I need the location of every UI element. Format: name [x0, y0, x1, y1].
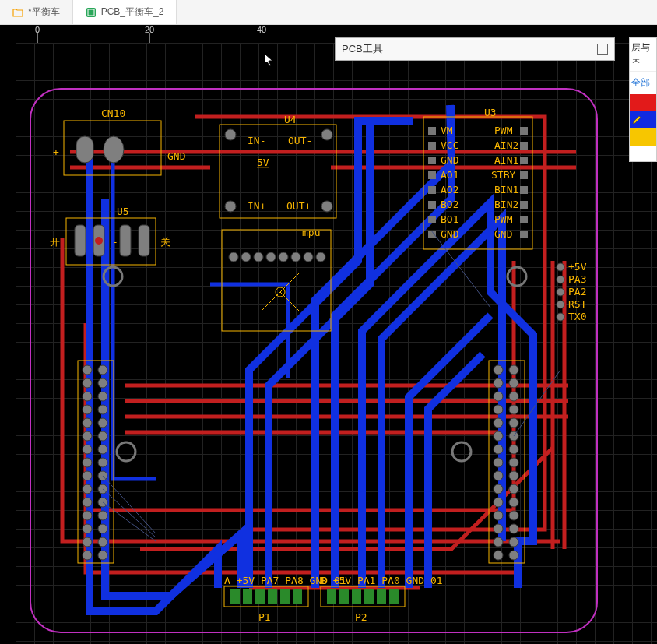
- svg-rect-131: [327, 589, 336, 604]
- component-u3: [423, 117, 532, 249]
- svg-point-19: [304, 252, 313, 262]
- svg-point-92: [98, 537, 107, 547]
- pencil-icon: [632, 115, 641, 125]
- svg-text:TX0: TX0: [568, 311, 586, 322]
- svg-point-87: [83, 511, 92, 520]
- svg-point-102: [509, 405, 518, 414]
- ruler-vertical[interactable]: [0, 43, 16, 644]
- svg-point-70: [98, 392, 107, 401]
- floating-toolbar[interactable]: PCB工具: [335, 37, 615, 61]
- label-5v: 5V: [257, 157, 269, 168]
- mount-hole: [508, 267, 526, 286]
- layers-panel[interactable]: 层与ㅊ 全部: [629, 37, 657, 162]
- svg-point-94: [98, 551, 107, 560]
- layer-bottom[interactable]: [630, 111, 656, 128]
- svg-point-111: [494, 471, 503, 480]
- svg-rect-128: [268, 589, 277, 604]
- svg-point-124: [509, 551, 518, 560]
- header-left-pads: [83, 365, 107, 560]
- svg-rect-46: [520, 186, 528, 194]
- svg-point-115: [494, 498, 503, 507]
- svg-point-71: [83, 405, 92, 414]
- svg-text:AO2: AO2: [441, 184, 458, 195]
- svg-text:VM: VM: [441, 125, 453, 136]
- label-out-minus: OUT-: [288, 135, 312, 146]
- svg-point-74: [98, 418, 107, 428]
- component-u4: [220, 125, 336, 218]
- svg-point-113: [494, 484, 503, 494]
- svg-text:GND: GND: [441, 154, 459, 166]
- svg-text:AO1: AO1: [441, 169, 458, 181]
- svg-rect-44: [520, 171, 528, 179]
- svg-rect-8: [75, 225, 86, 256]
- svg-rect-34: [428, 216, 436, 223]
- svg-point-116: [509, 498, 518, 507]
- svg-point-118: [509, 511, 518, 520]
- svg-point-101: [494, 405, 503, 414]
- svg-point-13: [229, 252, 238, 262]
- svg-rect-133: [352, 589, 361, 604]
- side-header: +5V PA3 PA2 RST TX0: [557, 261, 587, 322]
- svg-rect-129: [280, 589, 290, 604]
- svg-point-108: [509, 445, 518, 454]
- u3-right-pins: PWM AIN2 AIN1 STBY BIN1 BIN2 PWM GND: [491, 125, 528, 240]
- svg-point-66: [98, 365, 107, 375]
- svg-text:AIN2: AIN2: [494, 139, 518, 151]
- svg-point-97: [494, 378, 503, 388]
- svg-point-107: [494, 445, 503, 454]
- layers-all-link[interactable]: 全部: [630, 72, 656, 94]
- svg-rect-127: [255, 589, 265, 604]
- svg-point-54: [557, 263, 564, 271]
- svg-rect-40: [520, 142, 528, 150]
- svg-point-16: [266, 252, 276, 262]
- svg-point-7: [321, 201, 332, 212]
- layer-silk[interactable]: [630, 128, 656, 146]
- svg-point-18: [291, 252, 300, 262]
- svg-point-20: [316, 252, 325, 262]
- svg-text:BIN2: BIN2: [494, 199, 518, 210]
- layer-top[interactable]: [630, 94, 656, 111]
- svg-point-17: [279, 252, 288, 262]
- svg-rect-52: [520, 231, 528, 238]
- svg-point-98: [509, 378, 518, 388]
- svg-point-79: [83, 458, 92, 467]
- svg-point-83: [83, 484, 92, 494]
- tab-label: PCB_平衡车_2: [101, 5, 164, 19]
- svg-rect-10: [120, 225, 131, 256]
- svg-point-67: [83, 378, 92, 388]
- toolbar-title: PCB工具: [342, 42, 383, 56]
- svg-point-123: [494, 551, 503, 560]
- svg-point-109: [494, 458, 503, 467]
- tab-label: *平衡车: [28, 5, 60, 19]
- svg-text:PWM: PWM: [494, 213, 513, 225]
- close-icon[interactable]: [597, 44, 608, 55]
- svg-text:BO1: BO1: [441, 213, 458, 225]
- pcb-canvas-area: CN10 + GND U4 IN- OUT- 5V IN+ OUT+ U5 开 …: [0, 43, 657, 644]
- svg-point-4: [225, 129, 236, 140]
- tab-schematic[interactable]: *平衡车: [0, 0, 73, 24]
- label-in-plus: IN+: [248, 200, 266, 212]
- svg-rect-136: [389, 589, 399, 604]
- svg-point-78: [98, 445, 107, 454]
- pcb-canvas[interactable]: CN10 + GND U4 IN- OUT- 5V IN+ OUT+ U5 开 …: [16, 43, 657, 644]
- tab-pcb[interactable]: PCB_平衡车_2: [73, 0, 177, 24]
- svg-point-81: [83, 471, 92, 480]
- layers-header: 层与ㅊ: [630, 38, 656, 72]
- svg-point-77: [83, 445, 92, 454]
- mpu-pins: [229, 252, 325, 262]
- svg-point-73: [83, 418, 92, 428]
- svg-rect-125: [230, 589, 240, 604]
- svg-point-60: [557, 301, 564, 308]
- svg-point-104: [509, 418, 518, 428]
- svg-point-90: [98, 524, 107, 533]
- label-p2-pins: B +5V PA1 PA0 GND 01: [321, 575, 443, 586]
- svg-text:STBY: STBY: [491, 169, 515, 181]
- label-in-minus: IN-: [248, 135, 265, 146]
- svg-point-120: [509, 524, 518, 533]
- svg-rect-135: [377, 589, 386, 604]
- svg-point-56: [557, 276, 564, 283]
- label-cn10: CN10: [101, 107, 125, 119]
- svg-text:PA3: PA3: [568, 273, 586, 285]
- svg-point-75: [83, 431, 92, 441]
- svg-rect-24: [428, 142, 436, 150]
